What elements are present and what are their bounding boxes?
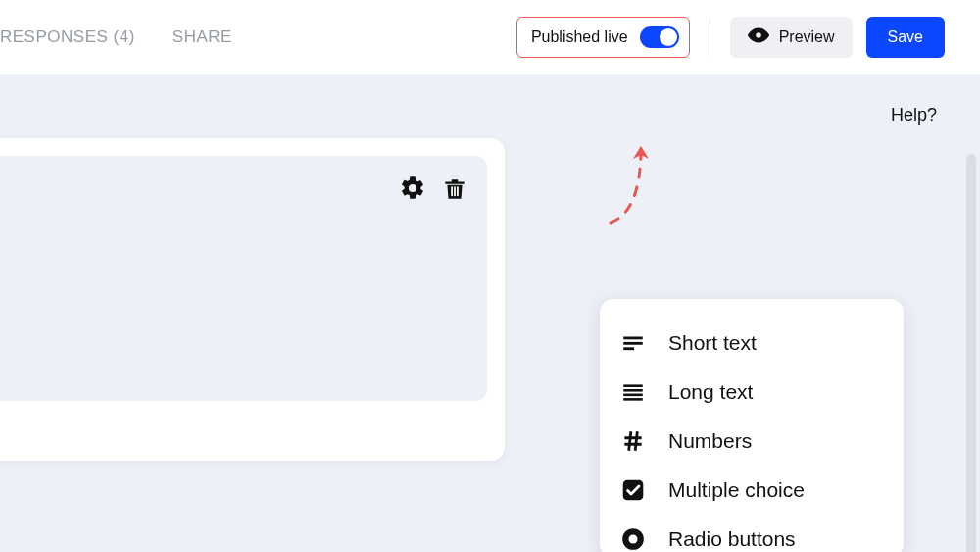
save-button[interactable]: Save [866,17,945,58]
radio-icon [619,527,647,552]
tabs: RESPONSES (4) SHARE [0,27,232,47]
save-button-label: Save [888,28,923,46]
trash-icon[interactable] [442,174,467,207]
menu-item-label: Numbers [668,429,752,453]
svg-rect-4 [623,337,643,340]
hash-icon [619,428,647,454]
svg-point-0 [756,32,761,38]
toolbar-divider [710,19,710,56]
menu-item-label: Radio buttons [668,527,796,551]
gear-icon[interactable] [399,175,426,206]
eye-icon [748,25,769,50]
svg-rect-15 [623,480,644,501]
menu-item-long-text[interactable]: Long text [600,368,904,417]
menu-item-label: Long text [668,380,753,404]
field-actions [399,174,467,207]
svg-rect-10 [623,398,643,401]
tab-share[interactable]: SHARE [172,27,232,47]
top-bar: RESPONSES (4) SHARE Published live Previ… [0,0,980,74]
short-text-icon [619,330,647,356]
svg-rect-3 [457,186,459,196]
help-link[interactable]: Help? [891,105,937,125]
toggle-knob [660,28,677,46]
vertical-scrollbar[interactable] [966,154,976,552]
long-text-icon [619,379,647,405]
menu-item-multiple-choice[interactable]: Multiple choice [600,466,904,515]
svg-rect-8 [623,389,643,392]
svg-line-13 [629,431,631,451]
svg-point-17 [628,534,637,543]
form-card [0,138,505,461]
menu-item-label: Short text [668,331,757,355]
published-label: Published live [531,28,628,46]
checkbox-icon [619,477,647,503]
tab-responses[interactable]: RESPONSES (4) [0,27,135,47]
svg-rect-9 [623,394,643,397]
annotation-arrow [603,144,662,237]
field-type-menu: Short text Long text [600,299,904,552]
menu-item-label: Multiple choice [668,478,805,502]
svg-rect-5 [623,342,643,345]
canvas: Help? [0,74,980,552]
menu-item-radio-buttons[interactable]: Radio buttons [600,515,904,552]
svg-line-14 [635,431,637,451]
preview-button-label: Preview [779,28,835,46]
field-card[interactable] [0,156,487,401]
preview-button[interactable]: Preview [730,17,853,58]
published-toggle[interactable] [640,26,679,48]
menu-item-short-text[interactable]: Short text [600,319,904,368]
svg-rect-2 [454,186,456,196]
svg-rect-1 [451,186,453,196]
published-toggle-box: Published live [516,17,690,58]
menu-item-numbers[interactable]: Numbers [600,417,904,466]
svg-rect-7 [623,384,643,387]
svg-rect-6 [623,347,634,350]
